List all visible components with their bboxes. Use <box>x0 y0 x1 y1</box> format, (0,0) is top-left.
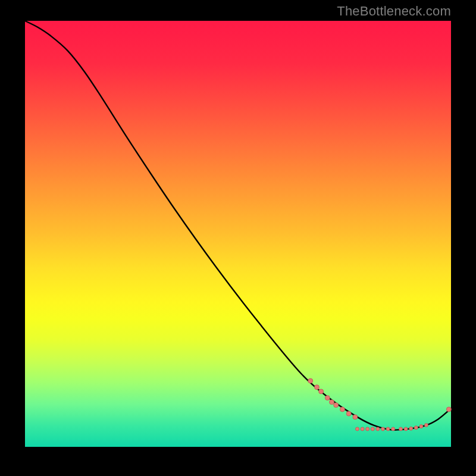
marker-dot <box>424 423 428 427</box>
marker-dot <box>353 415 358 419</box>
marker-dot <box>386 427 390 431</box>
marker-dots <box>308 378 452 431</box>
marker-dot <box>446 407 451 412</box>
marker-dot <box>399 427 403 431</box>
marker-dot <box>340 407 345 412</box>
marker-dot <box>381 427 384 431</box>
marker-dot <box>392 427 395 431</box>
marker-dot <box>319 389 324 394</box>
chart-overlay <box>25 21 451 447</box>
marker-dot <box>409 427 413 430</box>
marker-dot <box>366 427 369 431</box>
marker-dot <box>325 396 330 400</box>
marker-dot <box>346 411 351 416</box>
chart-frame: TheBottleneck.com <box>0 0 476 476</box>
marker-dot <box>414 426 418 430</box>
marker-dot <box>330 400 334 405</box>
marker-dot <box>404 427 408 431</box>
marker-dot <box>314 385 319 390</box>
marker-dot <box>308 378 313 383</box>
marker-dot <box>376 427 380 431</box>
marker-dot <box>371 427 374 431</box>
marker-dot <box>355 427 359 431</box>
marker-dot <box>419 425 423 428</box>
curve-line <box>25 21 451 430</box>
watermark-text: TheBottleneck.com <box>337 4 451 19</box>
marker-dot <box>334 403 339 408</box>
marker-dot <box>361 427 364 431</box>
